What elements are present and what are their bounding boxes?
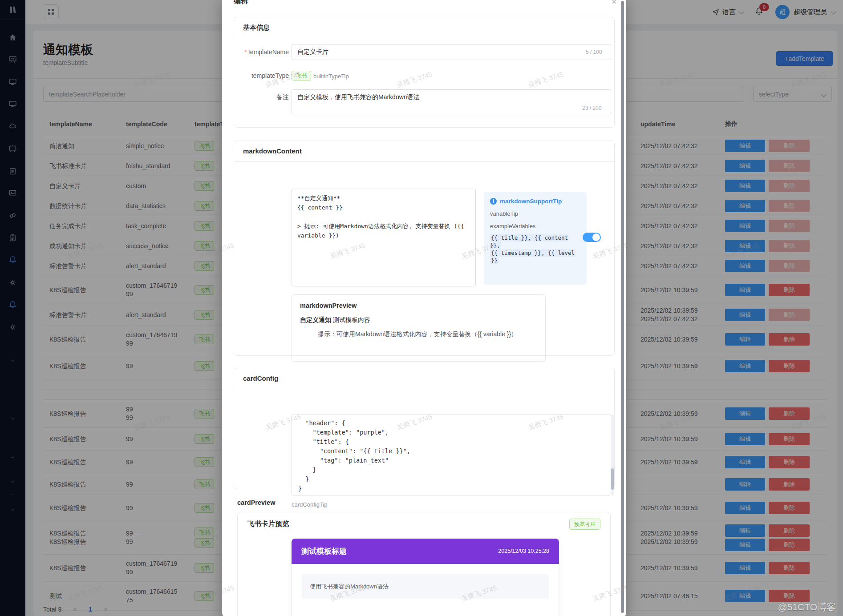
template-name-input[interactable]	[292, 44, 611, 60]
markdown-preview-quote: 提示：可使用Markdown语法格式化内容，支持变量替换（{{ variable…	[300, 330, 537, 338]
markdown-content-title: markdownContent	[234, 141, 614, 162]
builtin-type-tip: builtinTypeTip	[313, 73, 349, 80]
required-asterisk: *	[245, 48, 247, 56]
feishu-card-message: 使用飞书兼容的Markdown语法	[302, 574, 549, 599]
modal-scrollbar[interactable]	[621, 1, 624, 613]
card-preview-label: cardPreview	[237, 499, 275, 506]
edit-modal: 编辑 × 基本信息 *templateName 5 / 100 template…	[222, 0, 626, 616]
card-config-title: cardConfig	[234, 368, 614, 389]
card-config-editor[interactable]: "header": { "template": "purple", "title…	[292, 415, 611, 495]
remark-char-count: 23 / 200	[582, 105, 601, 111]
markdown-preview-title: markdownPreview	[300, 302, 537, 309]
markdown-textarea[interactable]: **自定义通知** {{ content }} > 提示: 可使用Markdow…	[292, 189, 476, 286]
feishu-card-timestamp: 2025/12/03 10:25:28	[498, 548, 549, 554]
app-root: 语言 0 超 超级管理员 通知模板 templateSubtitle +addT…	[0, 0, 843, 616]
preview-available-badge: 预览可用	[569, 519, 600, 530]
template-name-label: *templateName	[236, 48, 289, 56]
info-icon: i	[490, 198, 497, 205]
preview-toggle[interactable]	[583, 233, 601, 242]
example-variables-label: exampleVariables	[490, 223, 580, 229]
card-config-section: cardConfig "header": { "template": "purp…	[234, 368, 615, 489]
basic-info-section: 基本信息 *templateName 5 / 100 templateType …	[234, 17, 615, 128]
basic-info-title: 基本信息	[234, 17, 614, 38]
card-preview-panel: 飞书卡片预览 预览可用 测试模板标题 2025/12/03 10:25:28 使…	[237, 512, 611, 616]
feishu-preview-title: 飞书卡片预览	[247, 519, 289, 529]
remark-textarea[interactable]: 自定义模板，使用飞书兼容的Markdown语法	[292, 89, 611, 114]
name-char-count: 5 / 100	[586, 49, 602, 55]
remark-label: 备注	[236, 93, 289, 101]
editor-scrollbar-thumb[interactable]	[611, 468, 614, 490]
markdown-content-section: markdownContent **自定义通知** {{ content }} …	[234, 141, 615, 356]
markdown-support-tip[interactable]: i markdownSupportTip	[490, 198, 580, 205]
variable-tip: variableTip	[490, 210, 580, 217]
close-icon[interactable]: ×	[612, 0, 616, 6]
modal-title: 编辑	[234, 0, 248, 6]
markdown-tip-panel: i markdownSupportTip variableTip example…	[484, 192, 587, 285]
feishu-card-title: 测试模板标题	[301, 546, 347, 556]
markdown-preview-line: 自定义通知 测试模板内容	[300, 316, 537, 324]
card-config-tip: cardConfigTip	[292, 501, 327, 508]
markdown-preview-box: markdownPreview 自定义通知 测试模板内容 提示：可使用Markd…	[292, 294, 546, 362]
feishu-card-header: 测试模板标题 2025/12/03 10:25:28	[292, 539, 559, 564]
template-type-tag: 飞书	[292, 71, 311, 81]
example-variables-code: {{ title }}, {{ content }}, {{ timestamp…	[490, 234, 580, 264]
feishu-card: 测试模板标题 2025/12/03 10:25:28 使用飞书兼容的Markdo…	[292, 539, 559, 616]
template-type-label: templateType	[236, 72, 289, 79]
feishu-card-body: 使用飞书兼容的Markdown语法	[292, 564, 559, 616]
